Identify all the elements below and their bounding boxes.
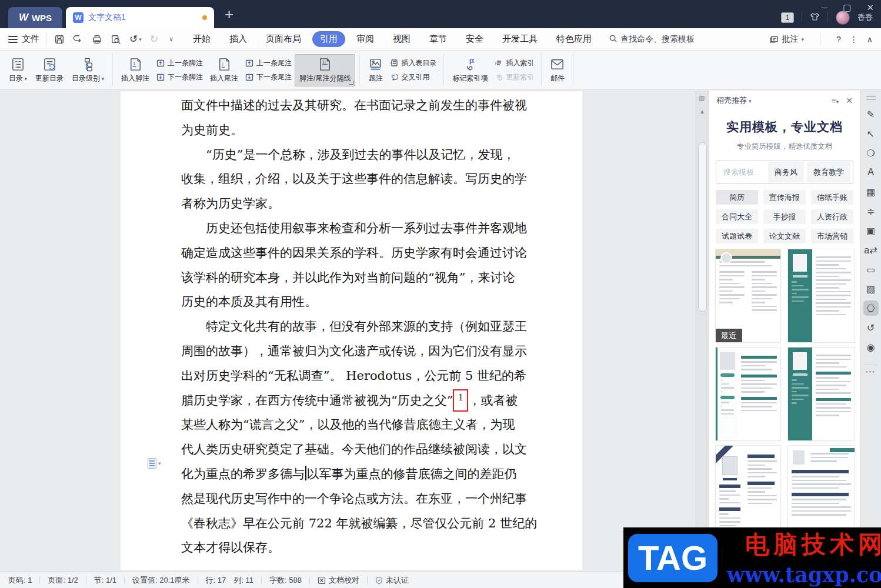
template-tag-人资行政[interactable]: 人资行政: [811, 209, 853, 224]
document-canvas[interactable]: 面文件中描述的过去及其研究。在书面记录之前发生的事件被视为史前史。 “历史”是一…: [0, 91, 696, 572]
picture-icon[interactable]: ▨: [863, 281, 879, 296]
record-icon[interactable]: ◉: [863, 339, 879, 355]
ribbon-tab-审阅[interactable]: 审阅: [349, 31, 382, 47]
status-item[interactable]: 行: 17 列: 11: [206, 575, 253, 586]
template-thumbnail-3[interactable]: [716, 348, 780, 440]
template-tag-手抄报[interactable]: 手抄报: [763, 209, 806, 224]
history-icon[interactable]: ↺: [863, 320, 879, 335]
template-tag-市场营销[interactable]: 市场营销: [811, 229, 853, 243]
template-thumbnail-1[interactable]: 最近: [716, 249, 780, 342]
ribbon-tab-视图[interactable]: 视图: [385, 31, 418, 47]
status-item[interactable]: 节: 1/1: [94, 575, 116, 586]
footnote-endnote-separator-button[interactable]: 1i 脚注/尾注分隔线: [295, 54, 355, 86]
prev-endnote-button[interactable]: 上一条尾注: [245, 58, 292, 68]
insert-footnote-button[interactable]: 1 插入脚注: [117, 55, 153, 86]
document-tab[interactable]: W 文字文稿1: [66, 7, 214, 28]
export-pdf-icon[interactable]: [73, 34, 84, 45]
more-options-icon[interactable]: ⋮: [850, 35, 858, 44]
comment-button[interactable]: 批注 ▾: [769, 34, 804, 45]
template-tag-宣传海报[interactable]: 宣传海报: [763, 190, 806, 205]
status-item[interactable]: 字数: 588: [269, 575, 302, 586]
mail-button[interactable]: 邮件: [546, 55, 569, 86]
template-filter-商务风[interactable]: 商务风: [768, 162, 804, 182]
insert-index-button[interactable]: 插入索引: [495, 58, 534, 68]
ribbon-tab-开始[interactable]: 开始: [185, 31, 218, 47]
template-tag-信纸手账[interactable]: 信纸手账: [811, 190, 853, 205]
wps-home-tab[interactable]: W WPS: [8, 7, 62, 28]
scrollbar-thumb[interactable]: [698, 142, 707, 312]
more-tools-icon[interactable]: ●●●: [866, 370, 876, 373]
next-footnote-button[interactable]: 下一条脚注: [156, 72, 203, 82]
ribbon-tab-章节[interactable]: 章节: [422, 31, 455, 47]
template-thumbnail-2[interactable]: [788, 249, 855, 342]
insert-endnote-button[interactable]: i 插入尾注: [206, 55, 242, 86]
document-count-badge[interactable]: 1: [781, 12, 794, 23]
status-item[interactable]: 未认证: [375, 575, 409, 586]
ribbon-tab-页面布局[interactable]: 页面布局: [258, 31, 309, 47]
user-avatar[interactable]: [836, 11, 850, 25]
help-button[interactable]: ?: [836, 35, 841, 44]
template-thumbnail-5[interactable]: [716, 446, 780, 539]
ruler-toggle-icon[interactable]: ▥: [699, 94, 705, 102]
paragraph-options-icon[interactable]: ▾: [148, 458, 161, 469]
divider: [261, 576, 262, 584]
next-endnote-button[interactable]: 下一条尾注: [245, 72, 292, 82]
shapes-icon[interactable]: ❍: [863, 145, 879, 161]
scroll-up-arrow-icon[interactable]: ▲: [699, 108, 705, 115]
save-icon[interactable]: [54, 34, 65, 45]
toc-level-button[interactable]: 目录级别 ▾: [68, 55, 108, 86]
ribbon-tab-安全[interactable]: 安全: [458, 31, 491, 47]
cross-reference-button[interactable]: 交叉引用: [390, 72, 436, 82]
document-text[interactable]: 面文件中描述的过去及其研究。在书面记录之前发生的事件被视为史前史。 “历史”是一…: [181, 93, 522, 560]
prev-footnote-button[interactable]: 上一条脚注: [156, 58, 203, 68]
template-tag-合同大全[interactable]: 合同大全: [716, 209, 758, 224]
edit-pen-icon[interactable]: ✎: [863, 106, 879, 122]
user-name[interactable]: 香香: [857, 12, 873, 23]
panel-title-dropdown[interactable]: 稻壳推荐▾: [716, 95, 752, 106]
ribbon-tab-引用[interactable]: 引用: [312, 31, 345, 47]
customize-toolbar-chevron-icon[interactable]: ∨: [169, 35, 173, 43]
collapse-ribbon-icon[interactable]: ∧: [867, 35, 873, 44]
new-tab-button[interactable]: +: [225, 4, 233, 28]
insert-table-toc-button[interactable]: 插入表目录: [390, 58, 436, 68]
template-thumbnail-4[interactable]: [788, 348, 855, 440]
select-cursor-icon[interactable]: ↖: [863, 126, 879, 141]
toc-button[interactable]: 目录 ▾: [5, 55, 31, 86]
status-item[interactable]: 页面: 1/2: [48, 575, 78, 586]
caption-button[interactable]: 题注: [364, 55, 387, 86]
file-menu-button[interactable]: 文件: [8, 34, 39, 45]
template-tag-论文文献[interactable]: 论文文献: [763, 229, 806, 243]
command-search[interactable]: 查找命令、搜索模板: [609, 34, 695, 45]
ribbon-tab-开发工具[interactable]: 开发工具: [495, 31, 545, 47]
template-thumbnail-6[interactable]: [788, 446, 855, 539]
status-item[interactable]: 文档校对: [318, 575, 359, 586]
document-page[interactable]: 面文件中描述的过去及其研究。在书面记录之前发生的事件被视为史前史。 “历史”是一…: [121, 91, 582, 570]
mark-index-button[interactable]: 标记索引项: [448, 55, 492, 86]
template-search-placeholder[interactable]: 搜索模板: [719, 167, 765, 178]
status-item[interactable]: 页码: 1: [8, 575, 32, 586]
ribbon-tab-插入[interactable]: 插入: [222, 31, 255, 47]
panel-drag-handle[interactable]: [866, 94, 876, 102]
update-toc-button[interactable]: 更新目录: [31, 55, 68, 86]
close-panel-icon[interactable]: ✕: [846, 96, 853, 105]
template-filter-教育教学[interactable]: 教育教学: [807, 162, 850, 182]
settings-sliders-icon[interactable]: ≑: [863, 203, 879, 219]
print-icon[interactable]: [92, 34, 102, 45]
archive-box-icon[interactable]: ▭: [863, 262, 879, 277]
redo-icon[interactable]: ↻: [150, 33, 158, 45]
wordart-icon[interactable]: A: [863, 165, 879, 180]
media-library-icon[interactable]: ▣: [863, 223, 879, 238]
sort-list-icon[interactable]: ≡▾: [832, 96, 839, 105]
ribbon-tab-特色应用[interactable]: 特色应用: [549, 31, 599, 47]
undo-button[interactable]: ↺▾: [129, 33, 142, 45]
table-icon[interactable]: ▦: [863, 184, 879, 199]
document-scrollbar[interactable]: ▥ ▲: [696, 91, 709, 572]
translate-icon[interactable]: a⇄: [863, 242, 879, 258]
skin-theme-icon[interactable]: [810, 12, 820, 24]
status-item[interactable]: 设置值: 20.1厘米: [132, 575, 190, 586]
template-store-icon[interactable]: ⎔: [863, 300, 879, 316]
print-preview-icon[interactable]: [111, 34, 121, 45]
template-tag-试题试卷[interactable]: 试题试卷: [716, 229, 758, 243]
template-tag-简历[interactable]: 简历: [716, 190, 758, 205]
template-search-box[interactable]: 搜索模板 商务风教育教学: [716, 161, 853, 184]
